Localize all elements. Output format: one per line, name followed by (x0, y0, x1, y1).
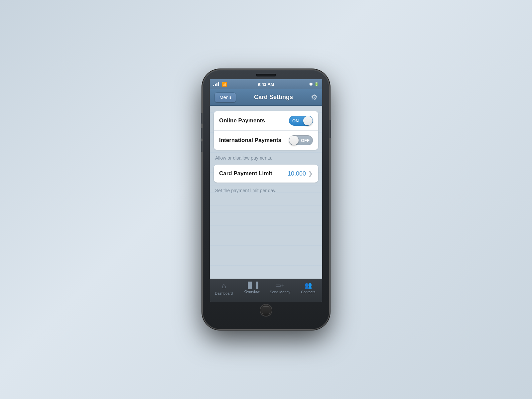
home-button-inner (262, 306, 270, 314)
menu-button[interactable]: Menu (214, 92, 236, 102)
send-money-icon: ▭+ (275, 282, 285, 289)
signal-bars-icon (213, 82, 219, 86)
phone-screen: 📶 9:41 AM ⬢ 🔋 Menu Card Settings ⚙ Onlin… (210, 79, 322, 302)
online-payments-toggle-label: ON (292, 118, 299, 123)
international-payments-label: International Payments (219, 137, 281, 144)
phone-frame: 📶 9:41 AM ⬢ 🔋 Menu Card Settings ⚙ Onlin… (203, 70, 329, 329)
overview-icon: ▐▌▐ (246, 282, 258, 289)
tab-overview-label: Overview (244, 290, 260, 294)
limit-hint: Set the payment limit per day. (214, 185, 318, 197)
battery-icon: 🔋 (314, 82, 319, 86)
online-payments-toggle-thumb (303, 116, 313, 125)
payment-limit-value: 10,000 (288, 170, 306, 177)
international-payments-toggle-label: OFF (301, 138, 310, 143)
bluetooth-icon: ⬢ (309, 82, 313, 86)
status-bar: 📶 9:41 AM ⬢ 🔋 (210, 79, 322, 89)
payment-limit-value-group: 10,000 ❯ (288, 170, 313, 177)
payment-limit-card[interactable]: Card Payment Limit 10,000 ❯ (214, 165, 318, 183)
phone-speaker (256, 74, 276, 76)
tab-dashboard-label: Dashboard (215, 291, 233, 295)
payment-limit-label: Card Payment Limit (219, 170, 272, 177)
international-payments-toggle-thumb (289, 136, 299, 145)
tab-dashboard[interactable]: ⌂ Dashboard (210, 282, 238, 295)
tab-send-money-label: Send Money (270, 290, 290, 294)
tab-send-money[interactable]: ▭+ Send Money (266, 282, 294, 294)
status-right: ⬢ 🔋 (309, 82, 319, 86)
gear-icon[interactable]: ⚙ (311, 93, 318, 102)
chevron-right-icon: ❯ (308, 170, 313, 177)
online-payments-toggle[interactable]: ON (289, 116, 313, 126)
online-payments-row: Online Payments ON (214, 111, 318, 131)
tab-contacts[interactable]: 👥 Contacts (294, 282, 323, 294)
payment-limit-row: Card Payment Limit 10,000 ❯ (214, 165, 318, 183)
international-payments-toggle[interactable]: OFF (289, 135, 313, 145)
nav-bar: Menu Card Settings ⚙ (210, 89, 322, 106)
tab-bar: ⌂ Dashboard ▐▌▐ Overview ▭+ Send Money 👥… (210, 279, 322, 302)
page-title: Card Settings (254, 94, 293, 101)
contacts-icon: 👥 (305, 282, 312, 289)
payments-hint: Allow or disallow payments. (214, 153, 318, 165)
tab-overview[interactable]: ▐▌▐ Overview (238, 282, 266, 294)
payments-settings-card: Online Payments ON International Payment… (214, 111, 318, 150)
tab-contacts-label: Contacts (301, 290, 315, 294)
content-area: Online Payments ON International Payment… (210, 106, 322, 279)
status-time: 9:41 AM (258, 82, 274, 87)
home-button[interactable] (260, 304, 272, 317)
status-left: 📶 (213, 82, 227, 87)
online-payments-label: Online Payments (219, 117, 265, 124)
international-payments-row: International Payments OFF (214, 131, 318, 150)
wifi-icon: 📶 (222, 82, 227, 87)
dashboard-icon: ⌂ (222, 282, 226, 290)
